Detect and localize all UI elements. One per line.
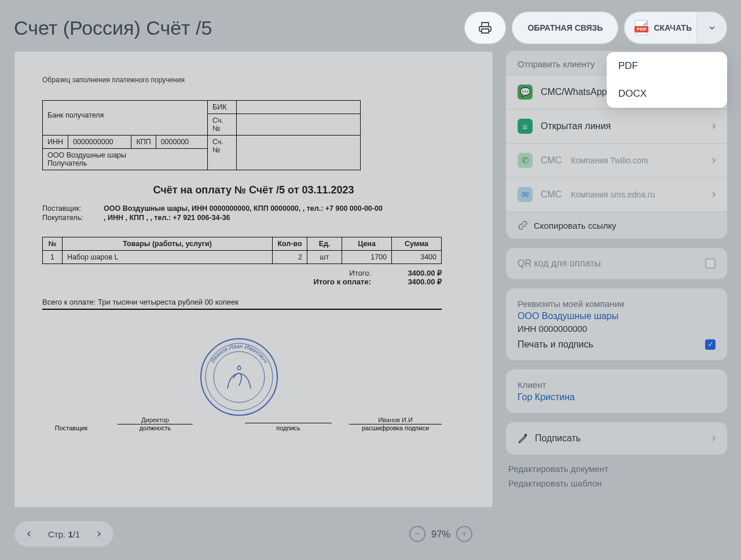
zoom-value: 97% <box>431 529 450 540</box>
printer-icon <box>478 21 492 35</box>
print-button[interactable] <box>464 12 506 44</box>
download-pdf-option[interactable]: PDF <box>607 52 727 80</box>
client-name-link[interactable]: Гор Кристина <box>518 392 716 402</box>
edit-template-link[interactable]: Редактировать шаблон <box>508 478 727 488</box>
document-preview: Образец заполнения платежного поручения … <box>14 51 493 508</box>
qr-label: QR код для оплаты <box>518 258 601 269</box>
svg-point-2 <box>214 352 265 402</box>
copy-link[interactable]: Скопировать ссылку <box>506 211 727 239</box>
chevron-left-icon <box>25 530 32 537</box>
chevron-right-icon <box>711 123 717 129</box>
zoom-out-button[interactable]: − <box>409 526 425 542</box>
pager-next[interactable] <box>90 525 108 543</box>
download-format-menu: PDF DOCX <box>607 52 727 108</box>
zoom-controls: − 97% + <box>409 526 472 542</box>
qr-checkbox[interactable] <box>705 258 716 269</box>
link-icon <box>518 220 528 230</box>
items-table: № Товары (работы, услуги) Кол-во Ед. Цен… <box>42 237 442 264</box>
svg-text:Иванов Иван Иванович: Иванов Иван Иванович <box>209 343 269 364</box>
chevron-right-icon <box>711 435 717 441</box>
company-inn: ИНН 0000000000 <box>518 324 716 334</box>
signature-icon <box>518 433 529 444</box>
pdf-file-icon <box>635 20 648 35</box>
chevron-right-icon <box>711 192 717 197</box>
stamp-icon: Иванов Иван Иванович <box>199 336 280 418</box>
client-block: Клиент Гор Кристина <box>506 369 727 413</box>
chat-icon: 💬 <box>518 85 533 100</box>
chevron-right-icon <box>96 530 102 537</box>
download-caret-button[interactable] <box>696 12 727 43</box>
doc-title: Счёт на оплату № Счёт /5 от 03.11.2023 <box>42 184 465 196</box>
svg-point-0 <box>201 339 277 415</box>
chevron-right-icon <box>711 158 717 163</box>
download-button[interactable]: СКАЧАТЬ <box>624 12 727 44</box>
download-label: СКАЧАТЬ <box>654 23 692 32</box>
send-sms-edna[interactable]: ✉ СМС Компания sms.edna.ru <box>506 177 727 211</box>
chevron-down-icon <box>709 24 716 31</box>
bank-table: Банк получателя БИК Сч. № ИНН 0000000000… <box>42 100 361 170</box>
zoom-in-button[interactable]: + <box>456 526 472 542</box>
whatsapp-icon: ✆ <box>518 153 533 168</box>
stamp-label: Печать и подпись <box>518 339 593 350</box>
doc-hint: Образец заполнения платежного поручения <box>42 76 465 84</box>
pager: Стр. 1/1 <box>14 521 114 547</box>
download-docx-option[interactable]: DOCX <box>607 80 727 108</box>
doc-parties: Поставщик:ООО Воздушные шары, ИНН 000000… <box>42 204 465 222</box>
sign-action[interactable]: Подписать <box>506 422 727 455</box>
qr-block: QR код для оплаты <box>506 248 727 279</box>
stamp-checkbox[interactable] <box>705 339 716 350</box>
page-title: Счет (Россия) Счёт /5 <box>14 17 464 39</box>
send-sms-twilio[interactable]: ✆ СМС Компания Twilio.com <box>506 143 727 177</box>
company-block: Реквизиты моей компании ООО Воздушные ша… <box>506 288 727 360</box>
send-openline[interactable]: ≡ Открытая линия <box>506 109 727 143</box>
sms-icon: ✉ <box>518 187 533 202</box>
company-name-link[interactable]: ООО Воздушные шары <box>518 311 716 321</box>
feedback-button[interactable]: ОБРАТНАЯ СВЯЗЬ <box>512 12 618 44</box>
edit-document-link[interactable]: Редактировать документ <box>508 464 727 474</box>
table-row: 1 Набор шаров L 2 шт 1700 3400 <box>43 251 442 264</box>
pager-prev[interactable] <box>20 525 38 543</box>
openline-icon: ≡ <box>518 119 533 134</box>
